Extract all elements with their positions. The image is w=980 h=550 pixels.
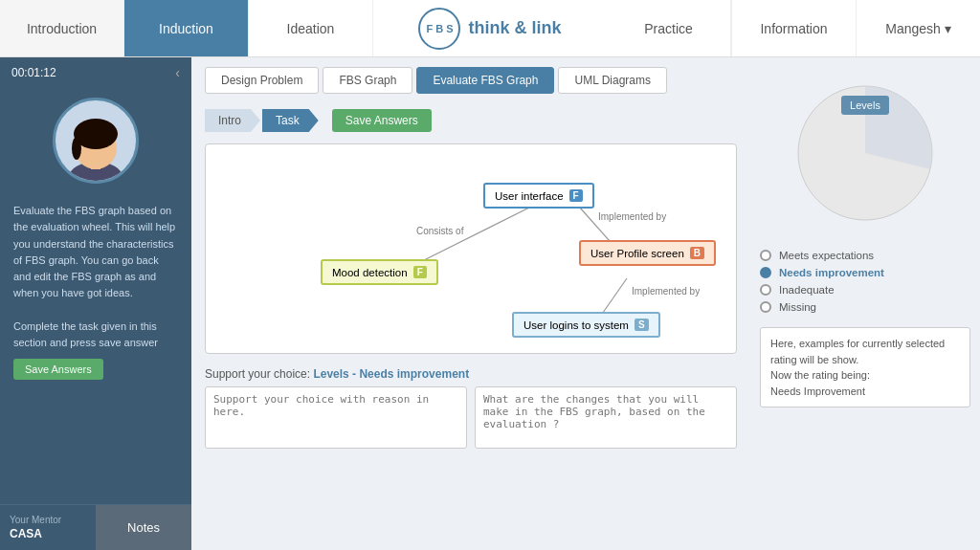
sidebar-save-button[interactable]: Save Answers	[13, 359, 103, 380]
support-label: Support your choice: Levels - Needs impr…	[205, 367, 737, 381]
legend-missing: Missing	[760, 298, 970, 316]
save-answers-button[interactable]: Save Answers	[332, 109, 432, 132]
info-box: Here, examples for currently selected ra…	[760, 327, 970, 407]
mentor-info: Your Mentor CASA	[0, 505, 96, 550]
node-user-interface[interactable]: User interface F	[483, 183, 594, 209]
support-reason-input[interactable]	[205, 386, 467, 449]
graph-canvas: Consists of Implemented by Implemented b…	[205, 143, 737, 354]
legend-dot-missing	[760, 301, 771, 313]
legend-inadequate: Inadequate	[760, 281, 970, 298]
subtab-uml[interactable]: UML Diagrams	[558, 67, 667, 94]
mentor-name: CASA	[10, 527, 86, 540]
nav-induction[interactable]: Induction	[124, 0, 249, 56]
avatar-svg	[57, 100, 134, 182]
content-area: Design Problem FBS Graph Evaluate FBS Gr…	[191, 57, 750, 550]
svg-point-4	[72, 137, 81, 160]
pie-chart-container: Levels	[760, 67, 970, 239]
nav-introduction[interactable]: Introduction	[0, 0, 124, 56]
svg-text:Levels: Levels	[850, 99, 880, 111]
collapse-icon[interactable]: ‹	[175, 65, 180, 80]
support-inputs	[205, 386, 737, 449]
subtab-fbs-graph[interactable]: FBS Graph	[323, 67, 412, 94]
subtab-evaluate-fbs[interactable]: Evaluate FBS Graph	[416, 67, 554, 94]
support-changes-input[interactable]	[475, 386, 737, 449]
support-area: Support your choice: Levels - Needs impr…	[191, 360, 750, 452]
mentor-label: Your Mentor	[10, 515, 86, 525]
notes-button[interactable]: Notes	[96, 505, 191, 550]
nav-practice[interactable]: Practice	[607, 0, 731, 56]
right-panel: Levels Meets expectations Needs improvem…	[750, 57, 980, 550]
subtab-design-problem[interactable]: Design Problem	[205, 67, 319, 94]
step-bar: Intro Task Save Answers	[191, 103, 750, 138]
top-nav: Introduction Induction Ideation F B S th…	[0, 0, 980, 57]
edge-implemented-by-1: Implemented by	[598, 211, 666, 222]
timer-display: 00:01:12	[11, 66, 56, 79]
sidebar-bottom: Your Mentor CASA Notes	[0, 504, 191, 550]
nav-user-menu[interactable]: Mangesh ▾	[856, 0, 980, 56]
sidebar-description: Evaluate the FBS graph based on the eval…	[0, 193, 191, 504]
legend: Meets expectations Needs improvement Ina…	[760, 247, 970, 316]
main-layout: 00:01:12 ‹ Evaluate the FBS	[0, 57, 980, 550]
sub-tabs: Design Problem FBS Graph Evaluate FBS Gr…	[191, 57, 750, 103]
sidebar-timer-bar: 00:01:12 ‹	[0, 57, 191, 88]
nav-information[interactable]: Information	[731, 0, 856, 56]
node-user-login[interactable]: User logins to system S	[512, 312, 660, 338]
step-task[interactable]: Task	[262, 109, 319, 132]
legend-needs: Needs improvement	[760, 264, 970, 281]
pie-chart: Levels	[789, 77, 942, 230]
app-logo: F B S think & link	[373, 0, 607, 56]
step-intro[interactable]: Intro	[205, 109, 260, 132]
legend-dot-needs	[760, 267, 771, 278]
logo-circle: F B S	[418, 8, 460, 50]
avatar	[53, 98, 139, 184]
node-mood-detection[interactable]: Mood detection F	[321, 259, 438, 285]
nav-ideation[interactable]: Ideation	[249, 0, 373, 56]
legend-dot-meets	[760, 250, 771, 261]
sidebar: 00:01:12 ‹ Evaluate the FBS	[0, 57, 191, 550]
node-user-profile[interactable]: User Profile screen B	[579, 240, 716, 266]
support-link[interactable]: Levels - Needs improvement	[313, 367, 469, 381]
legend-dot-inadequate	[760, 284, 771, 296]
edge-consists-of: Consists of	[416, 226, 463, 236]
avatar-container	[0, 88, 191, 193]
edge-implemented-by-2: Implemented by	[632, 286, 700, 297]
legend-meets: Meets expectations	[760, 247, 970, 264]
